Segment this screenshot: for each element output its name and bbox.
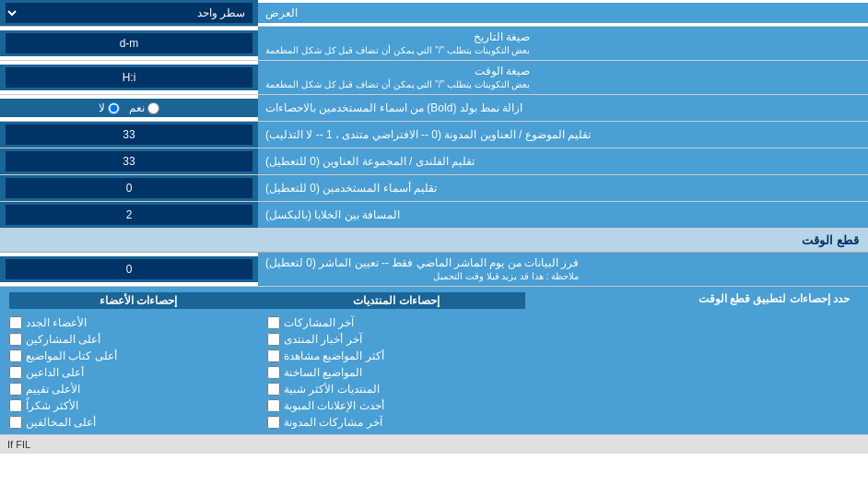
top-input-cell: سطر واحد سطرين ثلاثة أسطر bbox=[0, 0, 258, 26]
top-row: العرض سطر واحد سطرين ثلاثة أسطر bbox=[0, 0, 868, 27]
checkboxes-main-label: حدد إحصاءات لتطبيق قطع الوقت bbox=[525, 292, 859, 305]
list-item: آخر أخبار المنتدى bbox=[267, 333, 525, 346]
radio-yes-text: نعم bbox=[129, 101, 145, 114]
list-item: أحدث الإعلانات المبوبة bbox=[267, 399, 525, 412]
footer-text: If FIL bbox=[0, 435, 868, 454]
time-format-row: صيغة الوقتبعض التكوينات يتطلب "/" التي ي… bbox=[0, 61, 868, 95]
list-item: أعلى المشاركين bbox=[9, 333, 267, 346]
cell-distance-input[interactable] bbox=[6, 205, 252, 225]
checkbox-top-violators[interactable] bbox=[9, 416, 22, 429]
checkboxes-layout: حدد إحصاءات لتطبيق قطع الوقت إحصاءات الم… bbox=[9, 292, 859, 429]
checkbox-col-forums: إحصاءات المنتديات آخر المشاركات آخر أخبا… bbox=[267, 292, 525, 429]
time-cut-row: فرز البيانات من يوم الماشر الماضي فقط --… bbox=[0, 253, 868, 287]
time-format-label: صيغة الوقتبعض التكوينات يتطلب "/" التي ي… bbox=[258, 61, 868, 94]
time-cut-header: قطع الوقت bbox=[0, 229, 868, 253]
col2-header: إحصاءات الأعضاء bbox=[9, 292, 267, 309]
checkbox-top-rated[interactable] bbox=[9, 383, 22, 396]
list-item: الأعلى تقييم bbox=[9, 383, 267, 396]
col1-header: إحصاءات المنتديات bbox=[267, 292, 525, 309]
list-item: أعلى كتاب المواضيع bbox=[9, 349, 267, 362]
forum-length-input[interactable] bbox=[6, 151, 252, 172]
list-item: آخر مشاركات المدونة bbox=[267, 416, 525, 429]
checkbox-top-inviters[interactable] bbox=[9, 366, 22, 379]
top-label: العرض bbox=[258, 3, 868, 23]
date-format-row: صيغة التاريخبعض التكوينات يتطلب "/" التي… bbox=[0, 27, 868, 61]
subject-length-input-cell bbox=[0, 122, 258, 148]
checkbox-latest-posts[interactable] bbox=[267, 316, 280, 329]
checkbox-most-thanked[interactable] bbox=[9, 399, 22, 412]
checkbox-top-writers[interactable] bbox=[9, 349, 22, 362]
date-format-input-cell bbox=[0, 30, 258, 56]
username-length-label: تقليم أسماء المستخدمين (0 للتعطيل) bbox=[258, 175, 868, 201]
checkbox-forum-news[interactable] bbox=[267, 333, 280, 346]
checkbox-top-posters[interactable] bbox=[9, 333, 22, 346]
cell-distance-label: المسافة بين الخلايا (بالبكسل) bbox=[258, 202, 868, 228]
subject-length-label: تقليم الموضوع / العناوين المدونة (0 -- ا… bbox=[258, 122, 868, 148]
view-select[interactable]: سطر واحد سطرين ثلاثة أسطر bbox=[6, 3, 252, 23]
bold-remove-label: ازالة نمط بولد (Bold) من اسماء المستخدمي… bbox=[258, 95, 868, 121]
list-item: أكثر المواضيع مشاهدة bbox=[267, 349, 525, 362]
main-container: العرض سطر واحد سطرين ثلاثة أسطر صيغة الت… bbox=[0, 0, 868, 454]
date-format-input[interactable] bbox=[6, 33, 252, 53]
radio-yes[interactable] bbox=[147, 102, 159, 114]
list-item: الأكثر شكراً bbox=[9, 399, 267, 412]
checkboxes-section: حدد إحصاءات لتطبيق قطع الوقت إحصاءات الم… bbox=[0, 287, 868, 435]
radio-no-text: لا bbox=[99, 101, 105, 114]
time-cut-input[interactable] bbox=[6, 259, 252, 279]
list-item: أعلى المخالفين bbox=[9, 416, 267, 429]
date-format-label: صيغة التاريخبعض التكوينات يتطلب "/" التي… bbox=[258, 27, 868, 60]
bold-remove-radio-cell: نعم لا bbox=[0, 99, 258, 117]
cell-distance-input-cell bbox=[0, 202, 258, 228]
time-format-input-cell bbox=[0, 65, 258, 90]
checkbox-latest-ads[interactable] bbox=[267, 399, 280, 412]
list-item: آخر المشاركات bbox=[267, 316, 525, 329]
time-cut-input-cell bbox=[0, 256, 258, 282]
bold-remove-row: ازالة نمط بولد (Bold) من اسماء المستخدمي… bbox=[0, 95, 868, 122]
forum-length-input-cell bbox=[0, 148, 258, 174]
cell-distance-row: المسافة بين الخلايا (بالبكسل) bbox=[0, 202, 868, 229]
username-length-input-cell bbox=[0, 175, 258, 201]
subject-length-input[interactable] bbox=[6, 124, 252, 145]
checkbox-hot-topics[interactable] bbox=[267, 366, 280, 379]
radio-no-label[interactable]: لا bbox=[99, 101, 120, 114]
time-format-input[interactable] bbox=[6, 67, 252, 88]
radio-yes-label[interactable]: نعم bbox=[129, 101, 159, 114]
checkbox-col-members: إحصاءات الأعضاء الأعضاء الجدد أعلى المشا… bbox=[9, 292, 267, 429]
list-item: الأعضاء الجدد bbox=[9, 316, 267, 329]
checkbox-popular-forums[interactable] bbox=[267, 383, 280, 396]
checkbox-blog-posts[interactable] bbox=[267, 416, 280, 429]
forum-length-label: تقليم الفلندى / المجموعة العناوين (0 للت… bbox=[258, 148, 868, 174]
radio-no[interactable] bbox=[108, 102, 120, 114]
checkboxes-columns: إحصاءات المنتديات آخر المشاركات آخر أخبا… bbox=[9, 292, 525, 429]
forum-length-row: تقليم الفلندى / المجموعة العناوين (0 للت… bbox=[0, 148, 868, 175]
username-length-input[interactable] bbox=[6, 178, 252, 198]
checkbox-most-viewed[interactable] bbox=[267, 349, 280, 362]
list-item: أعلى الداعين bbox=[9, 366, 267, 379]
username-length-row: تقليم أسماء المستخدمين (0 للتعطيل) bbox=[0, 175, 868, 202]
checkbox-new-members[interactable] bbox=[9, 316, 22, 329]
subject-length-row: تقليم الموضوع / العناوين المدونة (0 -- ا… bbox=[0, 122, 868, 148]
list-item: المواضيع الساخنة bbox=[267, 366, 525, 379]
time-cut-label: فرز البيانات من يوم الماشر الماضي فقط --… bbox=[258, 253, 868, 286]
footer-label: If FIL bbox=[7, 439, 30, 450]
list-item: المنتديات الأكثر شبية bbox=[267, 383, 525, 396]
